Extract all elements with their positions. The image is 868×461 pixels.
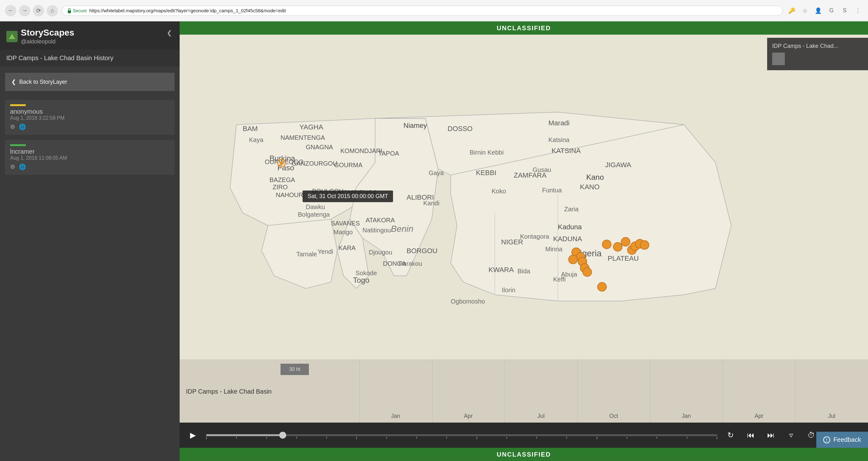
label-gourma: GOURMA bbox=[334, 162, 363, 168]
refresh-button[interactable]: ↻ bbox=[724, 428, 738, 442]
profile-icon[interactable]: 👤 bbox=[813, 6, 823, 16]
timeline-slider-fill bbox=[206, 434, 283, 436]
key-icon[interactable]: 🔑 bbox=[787, 6, 797, 16]
reload-button[interactable]: ⟳ bbox=[33, 5, 44, 17]
globe-icon-lncramer[interactable]: 🌐 bbox=[19, 163, 26, 170]
timeline-date-labels: Jan Apr Jul Oct Jan Apr Jul bbox=[180, 413, 868, 420]
bookmark-icon[interactable]: ☆ bbox=[800, 6, 810, 16]
label-minna: Minna bbox=[545, 245, 563, 253]
skype-icon[interactable]: S bbox=[840, 6, 850, 16]
extension-icon[interactable]: G bbox=[827, 6, 836, 16]
marker-14[interactable] bbox=[640, 240, 649, 250]
label-zaria: Zaria bbox=[564, 206, 579, 212]
feedback-button[interactable]: Feedback bbox=[816, 432, 868, 448]
play-button[interactable]: ▶ bbox=[186, 428, 200, 442]
label-benin: Benin bbox=[391, 224, 413, 234]
layer-name-lncramer: lncramer bbox=[10, 148, 169, 155]
label-kaduna-state: KADUNA bbox=[553, 235, 582, 243]
label-kaya: Kaya bbox=[249, 136, 264, 143]
legend-popup: IDP Camps - Lake Chad... bbox=[767, 38, 868, 70]
globe-icon-anonymous[interactable]: 🌐 bbox=[19, 124, 26, 130]
label-dosso: DOSSO bbox=[447, 125, 472, 133]
timeline-bar: 30 ht bbox=[280, 364, 309, 375]
timeline-layer-label: IDP Camps - Lake Chad Basin bbox=[186, 388, 272, 395]
layer-date-lncramer: Aug 1, 2018 11:08:05 AM bbox=[10, 155, 169, 161]
layer-color-bar-2 bbox=[10, 144, 26, 146]
svg-point-5 bbox=[827, 440, 827, 441]
label-atakora: ATAKORA bbox=[366, 217, 395, 224]
skip-forward-button[interactable]: ⏭ bbox=[764, 428, 778, 442]
label-yendi: Yendi bbox=[318, 248, 333, 255]
unclassified-top-label: UNCLASSIFIED bbox=[497, 25, 551, 32]
collapse-icon[interactable]: ❮ bbox=[165, 28, 173, 38]
label-parakou: Parakou bbox=[399, 260, 422, 267]
settings-icon-lncramer[interactable]: ⚙ bbox=[10, 163, 15, 170]
layer-date-anonymous: Aug 1, 2018 3:22:58 PM bbox=[10, 115, 169, 121]
date-label-2: Jul bbox=[505, 413, 578, 420]
settings-icon-anonymous[interactable]: ⚙ bbox=[10, 124, 15, 130]
layer-actions-lncramer: ⚙ 🌐 bbox=[10, 163, 169, 170]
browser-chrome: ← → ⟳ ⌂ Secure https://whitelabel.mapsto… bbox=[0, 0, 868, 22]
layer-color-bar bbox=[10, 104, 26, 106]
label-gnagna: GNAGNA bbox=[306, 143, 333, 151]
skip-back-button[interactable]: ⏮ bbox=[744, 428, 758, 442]
label-sokode: Sokode bbox=[355, 269, 377, 276]
filter-button[interactable]: ▿ bbox=[784, 428, 798, 442]
label-kano-city: Kano bbox=[586, 173, 604, 182]
layer-actions-anonymous: ⚙ 🌐 bbox=[10, 124, 169, 130]
label-kebbi: KEBBI bbox=[476, 169, 496, 177]
back-chevron-icon: ❮ bbox=[11, 78, 16, 85]
sidebar: StoryScapes @aldoleopold ❮ IDP Camps - L… bbox=[0, 22, 180, 461]
label-borgou: BORGOU bbox=[407, 247, 437, 255]
unclassified-top-banner: UNCLASSIFIED bbox=[180, 22, 868, 35]
date-label-5: Apr bbox=[723, 413, 796, 420]
main-layout: StoryScapes @aldoleopold ❮ IDP Camps - L… bbox=[0, 22, 868, 461]
map-container[interactable]: UNCLASSIFIED bbox=[180, 22, 868, 461]
label-niamey: Niamey bbox=[403, 122, 427, 129]
date-label-1: Apr bbox=[432, 413, 505, 420]
unclassified-bottom-label: UNCLASSIFIED bbox=[497, 451, 551, 458]
label-birnin-kebbi: Birnin Kebbi bbox=[470, 149, 504, 156]
forward-nav-button[interactable]: → bbox=[19, 5, 30, 17]
back-nav-button[interactable]: ← bbox=[5, 5, 17, 17]
tooltip-text: Sat, 31 Oct 2015 00:00:00 GMT bbox=[308, 193, 388, 199]
label-burkina2: Faso bbox=[277, 163, 294, 172]
marker-11[interactable] bbox=[583, 268, 592, 276]
feedback-label: Feedback bbox=[833, 436, 861, 443]
app-name: StoryScapes bbox=[21, 28, 74, 38]
marker-2[interactable] bbox=[613, 242, 622, 251]
label-nahouri: NAHOURI bbox=[276, 192, 305, 198]
home-button[interactable]: ⌂ bbox=[46, 5, 58, 17]
back-to-storylayer-button[interactable]: ❮ Back to StoryLayer bbox=[5, 73, 175, 91]
label-tapoa: TAPOA bbox=[378, 150, 399, 157]
label-dawku: Dawku bbox=[306, 203, 325, 210]
menu-icon[interactable]: ⋮ bbox=[853, 6, 863, 16]
label-kwara: KWARA bbox=[489, 266, 514, 274]
timeline-bar-label: 30 ht bbox=[289, 366, 300, 372]
timeline-slider[interactable] bbox=[206, 434, 717, 436]
layer-item-lncramer: lncramer Aug 1, 2018 11:08:05 AM ⚙ 🌐 bbox=[5, 140, 175, 175]
timeline-slider-wrapper bbox=[206, 434, 717, 436]
address-bar[interactable]: Secure https://whitelabel.mapstory.org/m… bbox=[62, 6, 783, 16]
marker-3[interactable] bbox=[621, 237, 630, 246]
label-ganzourgou: GANZOURGOU bbox=[291, 160, 338, 167]
label-kontagora: Kontagora bbox=[520, 233, 549, 240]
marker-1[interactable] bbox=[602, 240, 611, 249]
layer-name-anonymous: anonymous bbox=[10, 108, 169, 115]
label-gaya: Gaya bbox=[429, 169, 444, 176]
label-maradi: Maradi bbox=[549, 119, 569, 127]
label-savanes: SAVANES bbox=[331, 220, 360, 227]
label-ilorin: Ilorin bbox=[502, 287, 515, 294]
label-kaduna-city: Kaduna bbox=[558, 223, 582, 231]
marker-12[interactable] bbox=[568, 255, 578, 264]
label-plateau: PLATEAU bbox=[608, 255, 639, 262]
label-togo: Togo bbox=[353, 276, 369, 284]
label-komondjari: KOMONDJARI bbox=[340, 147, 382, 154]
marker-13[interactable] bbox=[597, 283, 607, 291]
label-funtua: Funtua bbox=[542, 187, 562, 194]
label-jigawa: JIGAWA bbox=[605, 161, 631, 169]
svg-marker-1 bbox=[9, 34, 15, 39]
secure-label: Secure bbox=[73, 8, 87, 13]
app-logo bbox=[6, 31, 18, 42]
svg-rect-0 bbox=[68, 10, 71, 13]
